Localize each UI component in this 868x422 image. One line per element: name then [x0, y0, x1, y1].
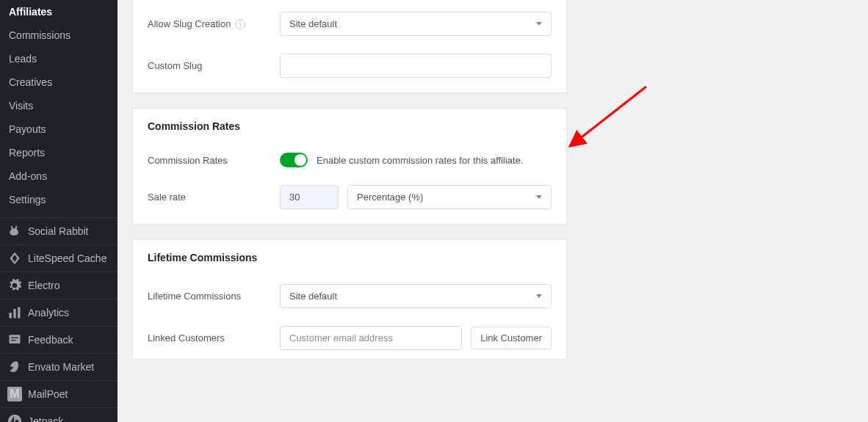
lifetime-title: Lifetime Commissions	[133, 240, 566, 275]
link-customer-button[interactable]: Link Customer	[471, 327, 551, 349]
linked-customers-label: Linked Customers	[148, 332, 280, 343]
lifetime-select-label: Lifetime Commissions	[148, 291, 280, 302]
chevron-down-icon	[536, 195, 542, 199]
lifetime-select[interactable]: Site default	[280, 284, 551, 308]
envato-icon	[7, 360, 22, 374]
feedback-icon	[7, 332, 22, 347]
commission-rates-panel: Commission Rates Commission Rates Enable…	[132, 108, 567, 225]
svg-rect-3	[10, 335, 21, 343]
commission-rates-title: Commission Rates	[133, 109, 566, 144]
sale-rate-type-select[interactable]: Percentage (%)	[347, 185, 551, 209]
commission-toggle-text: Enable custom commission rates for this …	[317, 155, 524, 166]
gear-icon	[7, 278, 22, 293]
rabbit-icon	[7, 224, 22, 239]
sidebar-item-envato[interactable]: Envato Market	[0, 353, 117, 380]
jetpack-icon	[7, 414, 22, 422]
sale-rate-input[interactable]	[280, 185, 339, 209]
info-icon[interactable]: i	[235, 19, 245, 29]
sidebar-item-leads[interactable]: Leads	[0, 47, 117, 70]
sidebar-item-mailpoet[interactable]: M MailPoet	[0, 380, 117, 407]
lifetime-commissions-panel: Lifetime Commissions Lifetime Commission…	[132, 239, 567, 360]
svg-rect-5	[11, 340, 16, 341]
svg-rect-1	[13, 309, 15, 319]
sidebar-item-payouts[interactable]: Payouts	[0, 117, 117, 141]
commission-toggle[interactable]	[280, 153, 308, 167]
sidebar-item-creatives[interactable]: Creatives	[0, 70, 117, 94]
sidebar-item-affiliates[interactable]: Affiliates	[0, 0, 117, 23]
slug-panel: Allow Slug Creation i Site default Custo…	[132, 0, 567, 93]
litespeed-icon	[7, 251, 22, 266]
allow-slug-label: Allow Slug Creation i	[148, 18, 280, 29]
analytics-icon	[7, 305, 22, 320]
svg-rect-2	[18, 308, 20, 319]
sidebar-item-analytics[interactable]: Analytics	[0, 299, 117, 326]
custom-slug-input[interactable]	[280, 54, 551, 78]
svg-rect-4	[11, 338, 18, 338]
sidebar-item-social-rabbit[interactable]: Social Rabbit	[0, 217, 117, 244]
sale-rate-label: Sale rate	[148, 192, 280, 203]
chevron-down-icon	[536, 294, 542, 298]
sidebar-item-commissions[interactable]: Commissions	[0, 23, 117, 47]
svg-rect-0	[10, 313, 12, 319]
sidebar-item-litespeed[interactable]: LiteSpeed Cache	[0, 244, 117, 272]
allow-slug-select[interactable]: Site default	[280, 12, 551, 36]
sidebar-item-addons[interactable]: Add-ons	[0, 164, 117, 188]
sidebar-item-visits[interactable]: Visits	[0, 94, 117, 117]
linked-customer-email-input[interactable]	[280, 326, 462, 350]
sidebar-item-feedback[interactable]: Feedback	[0, 326, 117, 353]
mailpoet-icon: M	[7, 387, 22, 401]
admin-sidebar: Affiliates Commissions Leads Creatives V…	[0, 0, 117, 422]
chevron-down-icon	[536, 22, 542, 26]
custom-slug-label: Custom Slug	[148, 60, 280, 71]
sidebar-item-reports[interactable]: Reports	[0, 141, 117, 164]
sidebar-item-settings[interactable]: Settings	[0, 188, 117, 211]
sidebar-item-electro[interactable]: Electro	[0, 272, 117, 299]
svg-point-6	[8, 415, 21, 422]
main-content: Allow Slug Creation i Site default Custo…	[117, 0, 868, 422]
sidebar-item-jetpack[interactable]: Jetpack	[0, 407, 117, 422]
commission-toggle-label: Commission Rates	[148, 155, 280, 166]
